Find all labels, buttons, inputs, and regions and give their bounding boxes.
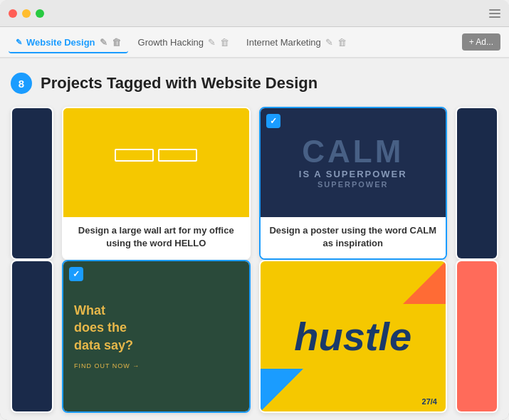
edit-icon-1[interactable]: ✎ — [100, 37, 107, 48]
card-image-coral — [457, 261, 497, 411]
card-hustle[interactable]: hustle 27/4 — [259, 260, 448, 413]
delete-icon-1[interactable]: 🗑 — [112, 37, 121, 48]
tab-website-design[interactable]: ✎ Website Design ✎ 🗑 — [9, 33, 128, 53]
titlebar — [0, 0, 509, 27]
minimize-button[interactable] — [22, 9, 31, 18]
hello-sub-block-2 — [158, 149, 197, 162]
card-image-partial-left — [12, 108, 52, 258]
tab-actions-2: ✎ 🗑 — [208, 37, 229, 48]
cards-row-1: Hello Design a large wall art for my off… — [11, 107, 498, 260]
hustle-triangle-orange — [403, 261, 446, 304]
data-find-out: FIND OUT NOW → — [74, 362, 140, 369]
edit-icon-tab1: ✎ — [16, 38, 22, 47]
section-header: 8 Projects Tagged with Website Design — [11, 73, 498, 94]
calm-main-text: CALM — [302, 136, 404, 167]
data-line-1: What — [74, 303, 105, 319]
card-image-data: ✓ What does the data say? FIND OUT NOW → — [63, 261, 249, 411]
delete-icon-3[interactable]: 🗑 — [337, 37, 347, 48]
data-line-3: data say? — [74, 338, 133, 354]
card-thumb-dark-left — [12, 108, 52, 258]
card-thumb-coral — [457, 261, 497, 411]
card-image-hello: Hello — [63, 108, 249, 217]
tab-label-growth-hacking: Growth Hacking — [138, 37, 204, 48]
card-image-partial-right — [457, 108, 497, 258]
hello-sub-blocks — [63, 108, 249, 210]
tab-actions-3: ✎ 🗑 — [325, 37, 347, 48]
main-content: 8 Projects Tagged with Website Design He… — [0, 58, 509, 420]
maximize-button[interactable] — [36, 9, 44, 18]
hello-sub-block-1 — [115, 149, 154, 162]
card-partial-right[interactable] — [456, 107, 498, 260]
delete-icon-2[interactable]: 🗑 — [220, 37, 229, 48]
hustle-date: 27/4 — [422, 397, 437, 406]
card-image-calm: ✓ CALM IS A SUPERPOWER SUPERPOWER — [261, 108, 446, 217]
card-checkbox-data[interactable]: ✓ — [69, 267, 83, 281]
tab-internet-marketing[interactable]: Internet Marketing ✎ 🗑 — [239, 33, 354, 52]
add-tab-button[interactable]: + Ad... — [462, 33, 500, 51]
card-thumb-dark-bl — [12, 261, 52, 411]
calm-sub2-text: SUPERPOWER — [318, 180, 388, 189]
card-checkbox-calm[interactable]: ✓ — [266, 114, 280, 128]
hustle-triangle-blue — [261, 369, 303, 411]
card-image-hustle: hustle 27/4 — [261, 261, 446, 411]
data-line-2: does the — [74, 320, 127, 336]
tab-growth-hacking[interactable]: Growth Hacking ✎ 🗑 — [131, 33, 236, 52]
card-partial-left[interactable] — [11, 107, 53, 260]
edit-icon-2[interactable]: ✎ — [208, 37, 216, 48]
card-calm[interactable]: ✓ CALM IS A SUPERPOWER SUPERPOWER Design… — [259, 107, 448, 260]
card-thumb-hello: Hello — [63, 108, 249, 217]
tab-actions-1: ✎ 🗑 — [100, 37, 121, 48]
main-window: ✎ Website Design ✎ 🗑 Growth Hacking ✎ 🗑 … — [0, 0, 509, 420]
card-label-hello: Design a large wall art for my office us… — [63, 217, 249, 258]
edit-icon-3[interactable]: ✎ — [325, 37, 333, 48]
card-label-calm: Design a poster using the word CALM as i… — [261, 217, 446, 258]
card-image-partial-bl — [12, 261, 52, 411]
menu-icon[interactable] — [489, 9, 500, 18]
tabs-bar: ✎ Website Design ✎ 🗑 Growth Hacking ✎ 🗑 … — [0, 27, 509, 58]
tab-label-internet-marketing: Internet Marketing — [246, 37, 321, 48]
window-controls — [9, 9, 44, 18]
card-thumb-dark-right — [457, 108, 497, 258]
hustle-text: hustle — [294, 313, 411, 359]
projects-count-badge: 8 — [11, 73, 32, 94]
card-partial-bl[interactable] — [11, 260, 53, 413]
section-title: Projects Tagged with Website Design — [41, 74, 318, 93]
card-partial-coral[interactable] — [456, 260, 498, 413]
card-thumb-calm: CALM IS A SUPERPOWER SUPERPOWER — [261, 108, 446, 217]
cards-row-2: ✓ What does the data say? FIND OUT NOW → — [11, 260, 498, 413]
calm-sub1-text: IS A SUPERPOWER — [299, 169, 407, 179]
close-button[interactable] — [9, 9, 17, 18]
tab-label-website-design: Website Design — [26, 37, 95, 48]
card-hello[interactable]: Hello Design a large wall art for my off… — [62, 107, 251, 260]
card-thumb-hustle: hustle 27/4 — [261, 261, 446, 411]
card-thumb-data: What does the data say? FIND OUT NOW → — [63, 261, 249, 411]
card-data-say[interactable]: ✓ What does the data say? FIND OUT NOW → — [62, 260, 251, 413]
